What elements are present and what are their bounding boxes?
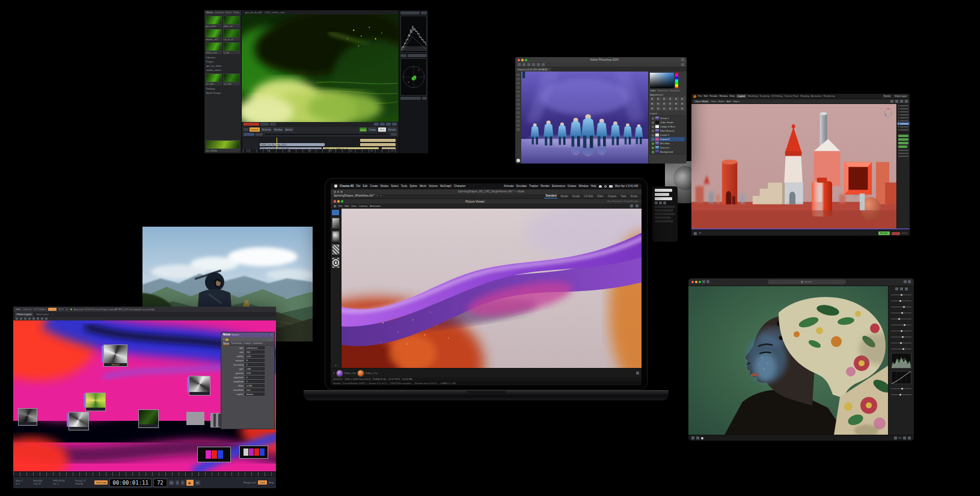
layer-row[interactable]: Background <box>651 150 685 154</box>
menu-mesh[interactable]: Mesh <box>420 185 426 188</box>
value-field[interactable]: 49.3 <box>378 127 387 132</box>
lock-button[interactable]: Lock <box>258 480 266 485</box>
close-icon[interactable] <box>518 59 520 61</box>
wifi-icon[interactable] <box>599 185 602 188</box>
workspace-tab[interactable]: UV Editing <box>771 95 783 97</box>
shading-mode-icon[interactable] <box>905 100 908 103</box>
next-frame-button[interactable]: ▸ <box>181 480 185 485</box>
default-button[interactable]: Default <box>250 127 260 132</box>
menu-octane[interactable]: Octane <box>568 185 577 188</box>
blender-viewport[interactable] <box>691 104 896 228</box>
param-row[interactable]: lacunarity2 <box>221 363 274 367</box>
action-button[interactable]: Action <box>284 127 293 132</box>
blender-logo-icon[interactable] <box>693 95 696 98</box>
layer-row-selected[interactable]: Curves 2 <box>651 137 685 141</box>
vectorscope[interactable] <box>400 58 427 96</box>
workspace-tab[interactable]: Rendering <box>823 95 834 97</box>
render-pass-toggle[interactable] <box>898 145 907 148</box>
flame-timeline[interactable]: 0040_car_fx_cmp_v012 0041_grn_smoke_v04_… <box>242 137 399 153</box>
nuke-frame-ruler[interactable] <box>13 471 276 476</box>
flame-tab-conform[interactable]: Conform <box>215 11 224 14</box>
layout-tab-active[interactable]: Flame Layout <box>15 313 33 316</box>
zoom-out-icon[interactable] <box>894 436 897 439</box>
panel-tab-swatches[interactable]: Swatches <box>658 90 668 92</box>
tree-item[interactable]: Desktop <box>204 87 241 91</box>
text-tool[interactable] <box>516 128 520 131</box>
adjustment-slider[interactable] <box>891 310 911 315</box>
apple-menu-icon[interactable] <box>334 185 337 188</box>
menu-object[interactable]: Object <box>733 100 740 103</box>
eyedropper-tool[interactable] <box>516 94 520 97</box>
pv-menu-animation[interactable]: Animation <box>370 205 381 207</box>
menu-select[interactable]: Select <box>718 100 724 103</box>
adjustment-slider[interactable] <box>891 340 911 345</box>
menu-help[interactable]: Help <box>590 185 596 188</box>
proportional-edit-icon[interactable] <box>895 100 898 103</box>
layer-row[interactable]: BG Glow <box>651 141 685 145</box>
adjustment-slider[interactable] <box>891 334 911 339</box>
active-tool-icon[interactable] <box>332 210 339 215</box>
browse-icon[interactable] <box>691 436 694 439</box>
render-pass-toggle[interactable] <box>898 138 908 141</box>
timecode-display[interactable]: 00:00:01:11 <box>109 479 152 487</box>
tab-transform[interactable]: Transform <box>231 342 242 344</box>
adjustment-slider[interactable] <box>891 304 911 309</box>
flame-tab-media[interactable]: Media <box>206 11 213 14</box>
adjustment-slider[interactable] <box>891 292 911 297</box>
workspace-tab[interactable]: Animation <box>811 95 822 97</box>
play-button[interactable]: ▶ <box>186 480 194 486</box>
exposure-tool-icon[interactable] <box>895 287 898 290</box>
adjustment-slider[interactable] <box>891 322 911 327</box>
clip-thumbnail[interactable]: plate_02 <box>223 16 239 28</box>
colorbars-node[interactable] <box>239 445 268 459</box>
menu-animate[interactable]: Animate <box>504 185 514 188</box>
view-chip[interactable] <box>392 123 397 126</box>
playback-icon[interactable] <box>694 232 697 235</box>
clip-thumbnail[interactable]: ref_001 <box>206 73 222 85</box>
param-row[interactable]: waveformsine <box>221 388 274 392</box>
help-icon[interactable]: ? <box>223 338 224 341</box>
result-button[interactable]: Result <box>387 127 396 132</box>
render-pass-toggle[interactable] <box>898 135 908 137</box>
flame-tab-batch[interactable]: Batch <box>225 11 231 14</box>
tree-item[interactable]: Libraries <box>204 55 241 60</box>
zoom-icon[interactable] <box>525 59 527 61</box>
search-icon[interactable] <box>604 185 607 188</box>
adjustments-grid[interactable] <box>650 97 685 111</box>
menu-select[interactable]: Select <box>391 185 399 188</box>
zoom-icon[interactable] <box>699 281 701 283</box>
adjustment-slider[interactable] <box>891 328 911 333</box>
transport-chip[interactable] <box>260 123 269 126</box>
layout-tab[interactable]: Script <box>629 194 639 198</box>
workspace-tab[interactable]: Layout <box>737 94 746 98</box>
track-chip[interactable] <box>243 133 254 136</box>
track-chip[interactable] <box>391 133 397 136</box>
lasso-tool[interactable] <box>516 82 520 85</box>
colorbars-node[interactable] <box>197 447 231 462</box>
clip-thumbnail[interactable]: car_fx_v2 <box>223 29 239 41</box>
rating-dot[interactable] <box>701 437 703 439</box>
fullscreen-icon[interactable] <box>635 204 639 207</box>
curve-panel[interactable] <box>891 371 911 384</box>
search-field[interactable]: Search <box>768 280 846 284</box>
minimize-icon[interactable] <box>695 281 697 283</box>
workspace-tab[interactable]: Shading <box>800 95 809 97</box>
ab-compare-icon[interactable] <box>630 204 633 207</box>
node-thumbnail[interactable] <box>18 408 37 426</box>
photo-canvas[interactable] <box>688 286 888 435</box>
panel-tab-gradients[interactable]: Gradients <box>670 90 680 92</box>
menu-window[interactable]: Window <box>719 95 727 97</box>
tab-common[interactable]: Common <box>253 342 262 344</box>
param-row[interactable]: octaves8 <box>221 358 274 363</box>
layer-row[interactable]: Dancers <box>651 145 685 150</box>
zoom-icon[interactable] <box>341 200 343 203</box>
minimize-icon[interactable] <box>337 200 340 203</box>
snap-icon[interactable] <box>890 100 893 103</box>
tree-item[interactable]: Project <box>204 60 241 64</box>
zoom-fit-label[interactable]: Fit <box>899 437 901 439</box>
zoom-in-icon[interactable] <box>903 436 906 439</box>
node-plain[interactable] <box>186 412 204 425</box>
layout-tab[interactable]: Paint <box>596 194 604 198</box>
filmstrip-icon[interactable] <box>696 436 699 439</box>
layer-row[interactable]: Group 1 <box>651 116 685 120</box>
